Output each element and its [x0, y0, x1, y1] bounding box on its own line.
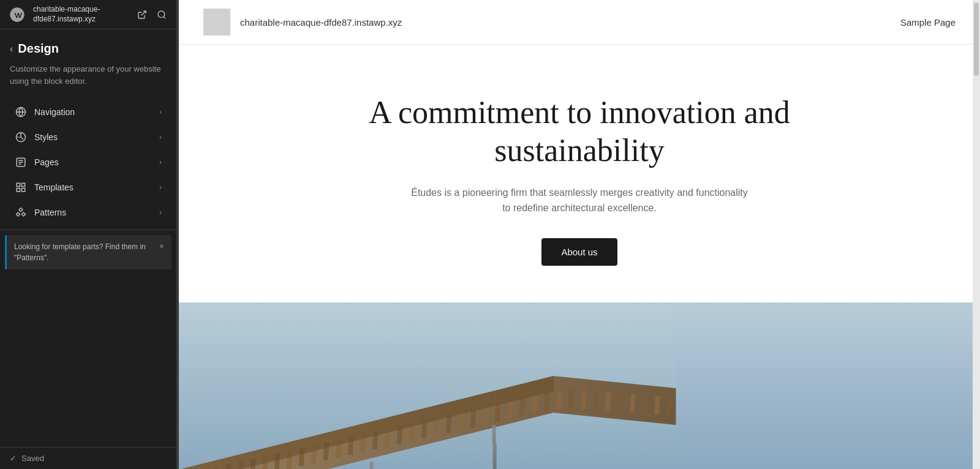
- sidebar-item-navigation[interactable]: Navigation ›: [5, 100, 172, 124]
- saved-check-icon: ✓: [10, 454, 17, 463]
- building-illustration: [179, 302, 740, 469]
- site-header-left: charitable-macaque-dfde87.instawp.xyz: [203, 9, 402, 36]
- site-logo: [203, 9, 230, 36]
- sidebar-item-patterns[interactable]: Patterns ›: [5, 200, 172, 225]
- scrollbar-thumb[interactable]: [974, 2, 979, 76]
- sidebar-header: ‹ Design Customize the appearance of you…: [0, 29, 176, 94]
- site-header: charitable-macaque-dfde87.instawp.xyz Sa…: [179, 0, 980, 45]
- svg-line-47: [473, 409, 474, 427]
- back-button[interactable]: ‹ Design: [10, 42, 167, 56]
- svg-line-53: [546, 392, 548, 411]
- svg-line-60: [632, 394, 633, 413]
- svg-line-50: [510, 401, 511, 419]
- templates-label: Templates: [34, 182, 74, 192]
- svg-rect-12: [17, 189, 20, 192]
- svg-line-0: [141, 11, 146, 15]
- patterns-icon: [15, 206, 27, 219]
- sidebar-item-styles[interactable]: Styles ›: [5, 125, 172, 149]
- patterns-chevron-icon: ›: [159, 208, 162, 217]
- pages-chevron-icon: ›: [159, 158, 162, 167]
- svg-line-59: [620, 393, 621, 411]
- svg-line-49: [497, 403, 499, 422]
- svg-line-54: [559, 391, 560, 410]
- svg-point-1: [158, 11, 165, 18]
- top-icons: [135, 7, 169, 22]
- saved-label: Saved: [21, 454, 44, 463]
- hero-subtitle: Études is a pioneering firm that seamles…: [408, 185, 751, 216]
- sidebar-footer: ✓ Saved: [0, 447, 176, 469]
- site-name-wrap: charitable-macaque- dfde87.instawp.xyz: [33, 5, 135, 24]
- design-subtitle: Customize the appearance of your website…: [10, 63, 167, 87]
- arch-image-section: [179, 302, 980, 469]
- svg-rect-11: [22, 183, 25, 186]
- svg-line-61: [644, 395, 646, 413]
- search-button[interactable]: [154, 7, 169, 22]
- sidebar-item-templates[interactable]: Templates ›: [5, 175, 172, 200]
- sidebar-item-pages[interactable]: Pages ›: [5, 150, 172, 174]
- svg-line-55: [571, 390, 572, 408]
- svg-line-52: [534, 396, 535, 414]
- about-us-button[interactable]: About us: [541, 238, 617, 266]
- styles-icon: [15, 131, 27, 143]
- pages-label: Pages: [34, 157, 59, 167]
- notification-text: Looking for template parts? Find them in…: [14, 241, 154, 263]
- sample-page-link[interactable]: Sample Page: [900, 17, 956, 28]
- site-url-text: charitable-macaque-dfde87.instawp.xyz: [240, 17, 402, 28]
- site-name: charitable-macaque- dfde87.instawp.xyz: [33, 5, 135, 24]
- svg-line-57: [595, 391, 597, 410]
- sidebar-divider: [0, 230, 176, 230]
- notification-close-button[interactable]: ×: [159, 241, 164, 251]
- website-frame: charitable-macaque-dfde87.instawp.xyz Sa…: [179, 0, 980, 469]
- navigation-chevron-icon: ›: [159, 108, 162, 116]
- scrollbar-track[interactable]: [973, 0, 980, 469]
- svg-line-2: [164, 17, 165, 18]
- wordpress-logo[interactable]: [7, 5, 27, 24]
- templates-chevron-icon: ›: [159, 183, 162, 192]
- svg-line-56: [583, 391, 584, 409]
- sidebar-nav: Navigation › Styles ›: [0, 94, 176, 447]
- notification-banner: Looking for template parts? Find them in…: [5, 235, 172, 269]
- hero-title: A commitment to innovation and sustainab…: [365, 94, 794, 170]
- preview-area: charitable-macaque-dfde87.instawp.xyz Sa…: [179, 0, 980, 469]
- svg-line-58: [608, 392, 609, 411]
- hero-section: A commitment to innovation and sustainab…: [179, 45, 980, 302]
- templates-icon: [15, 181, 27, 193]
- external-link-button[interactable]: [135, 7, 149, 22]
- navigation-label: Navigation: [34, 107, 75, 117]
- sidebar: charitable-macaque- dfde87.instawp.xyz ‹: [0, 0, 176, 469]
- svg-rect-13: [22, 189, 25, 192]
- back-arrow-icon: ‹: [10, 43, 13, 54]
- sidebar-topbar: charitable-macaque- dfde87.instawp.xyz: [0, 0, 176, 29]
- svg-line-63: [669, 397, 670, 415]
- styles-chevron-icon: ›: [159, 133, 162, 141]
- svg-rect-10: [17, 183, 20, 186]
- styles-label: Styles: [34, 132, 58, 142]
- svg-line-51: [522, 398, 523, 416]
- patterns-label: Patterns: [34, 208, 66, 217]
- pages-icon: [15, 156, 27, 168]
- svg-line-62: [657, 396, 658, 415]
- svg-line-46: [461, 412, 462, 430]
- svg-line-48: [485, 407, 486, 425]
- design-title: Design: [18, 42, 59, 56]
- navigation-icon: [15, 106, 27, 118]
